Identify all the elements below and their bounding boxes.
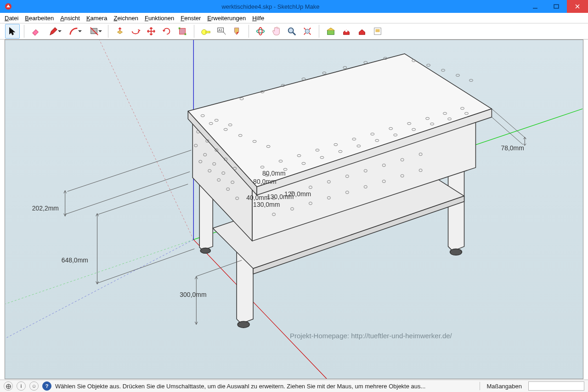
svg-point-41 [343,66,347,68]
svg-line-24 [6,239,193,304]
measurement-field[interactable] [528,381,584,391]
arc-tool[interactable] [64,24,84,39]
svg-point-40 [322,72,326,74]
svg-point-30 [450,249,462,255]
dim-120: 120,0mm [284,190,311,198]
svg-point-20 [345,29,348,32]
pan-tool[interactable] [269,24,283,39]
text-tool[interactable]: A1 [214,24,229,39]
svg-line-117 [492,117,523,145]
svg-point-29 [237,321,249,328]
dim-300: 300,0mm [180,291,206,298]
menu-kamera[interactable]: Kamera [86,15,107,22]
status-hint: Wählen Sie Objekte aus. Drücken Sie die … [55,383,476,390]
menu-ansicht[interactable]: Ansicht [60,15,80,22]
svg-point-31 [200,248,210,253]
statusbar: ⨁ i ☺ ? Wählen Sie Objekte aus. Drücken … [0,380,588,392]
window-controls [525,0,588,13]
menu-funktionen[interactable]: Funktionen [145,15,174,22]
toolbar: A1 [0,23,588,40]
dim-648: 648,0mm [62,256,88,264]
menu-hilfe[interactable]: Hilfe [252,15,264,22]
svg-point-15 [259,28,262,35]
warehouse-button[interactable] [323,24,338,39]
rotate-tool[interactable] [159,24,174,39]
svg-line-26 [100,40,194,239]
close-button[interactable] [567,0,588,13]
svg-rect-22 [375,29,379,32]
measurement-label: Maßangaben [484,383,525,390]
svg-point-18 [305,29,309,33]
viewport-3d[interactable]: 202,2mm 648,0mm 300,0mm 78,0mm 80,0mm 80… [5,40,583,379]
svg-point-42 [364,61,368,63]
orbit-tool[interactable] [253,24,268,39]
svg-rect-2 [554,5,559,8]
svg-point-39 [302,78,305,80]
titlebar: werktischidee4.skp - SketchUp Make [0,0,588,13]
svg-rect-9 [185,34,187,35]
svg-point-47 [456,74,460,76]
menu-bearbeiten[interactable]: Bearbeiten [25,15,54,22]
menu-zeichnen[interactable]: Zeichnen [113,15,138,22]
move-tool[interactable] [144,24,158,39]
svg-rect-19 [328,30,334,34]
svg-line-17 [293,33,296,35]
ext-warehouse-button[interactable] [339,24,354,39]
dim-40: 40,0mm [246,194,269,201]
geo-icon[interactable]: ⨁ [4,381,13,391]
dim-78: 78,0mm [501,144,524,152]
minimize-button[interactable] [525,0,546,13]
svg-rect-8 [179,28,181,29]
select-tool[interactable] [5,24,20,39]
pencil-tool[interactable] [44,24,63,39]
svg-point-48 [469,79,473,81]
menu-fenster[interactable]: Fenster [181,15,201,22]
svg-point-45 [427,64,430,66]
svg-point-16 [288,28,294,33]
svg-rect-11 [206,31,210,33]
svg-text:A1: A1 [219,28,223,32]
menu-erweiterungen[interactable]: Erweiterungen [207,15,246,22]
zoom-tool[interactable] [284,24,299,39]
eraser-tool[interactable] [28,24,43,39]
svg-line-116 [492,109,526,139]
help-icon[interactable]: ? [42,381,51,391]
window-title: werktischidee4.skp - SketchUp Make [17,3,525,10]
maximize-button[interactable] [546,0,567,13]
svg-point-14 [257,29,265,33]
pushpull-tool[interactable] [113,24,127,39]
share-button[interactable] [355,24,369,39]
watermark-text: Projekt-Homepage: http://tueftler-und-he… [290,332,452,340]
svg-rect-7 [180,28,186,34]
dim-80b: 80,0mm [253,178,276,185]
svg-line-28 [6,239,193,338]
dim-80a: 80,0mm [262,170,285,177]
svg-point-46 [441,69,445,71]
paint-tool[interactable] [230,24,244,39]
offset-tool[interactable] [128,24,143,39]
menu-datei[interactable]: Datei [5,15,18,22]
menubar: Datei Bearbeiten Ansicht Kamera Zeichnen… [0,13,588,23]
dim-202: 202,2mm [32,205,59,212]
svg-line-111 [68,150,192,192]
info-icon[interactable]: i [17,381,26,391]
tape-tool[interactable] [198,24,213,39]
zoom-extents-tool[interactable] [300,24,315,39]
svg-line-114 [97,249,195,283]
layout-button[interactable] [370,24,385,39]
app-icon [0,3,17,10]
user-icon[interactable]: ☺ [29,381,39,391]
dim-130b: 130,0mm [253,201,280,208]
shapes-tool[interactable] [85,24,104,39]
svg-line-112 [65,172,190,215]
scale-tool[interactable] [175,24,190,39]
svg-line-115 [196,260,242,276]
